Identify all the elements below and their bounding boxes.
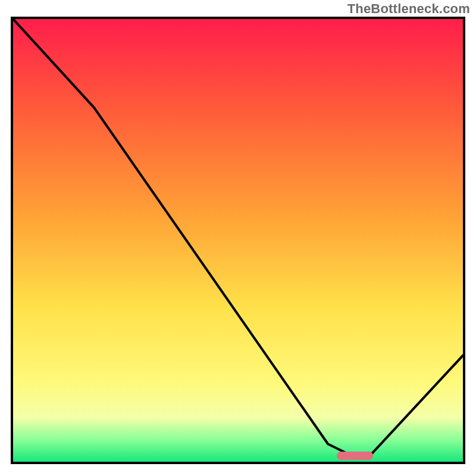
chart-line-series	[13, 19, 463, 462]
chart-plot-area	[11, 17, 465, 464]
optimal-range-marker	[337, 452, 372, 460]
watermark-text: TheBottleneck.com	[347, 1, 470, 17]
